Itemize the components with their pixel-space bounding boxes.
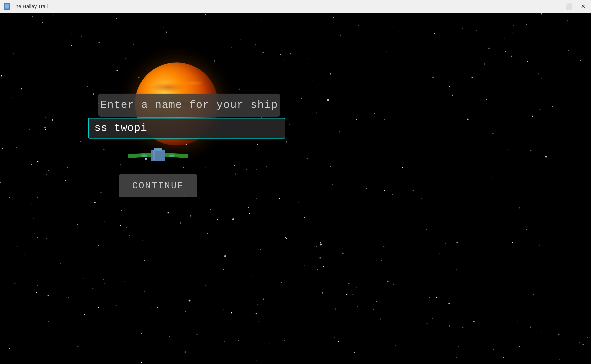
svg-rect-3 xyxy=(154,148,162,151)
ship-name-label-banner: Enter a name for your ship xyxy=(98,94,280,117)
titlebar-controls: — ⬜ ✕ xyxy=(550,3,587,10)
ship-name-input[interactable] xyxy=(88,118,285,138)
app-icon xyxy=(4,3,10,10)
minimize-button[interactable]: — xyxy=(550,3,559,10)
space-background: Enter a name for your ship CONTINUE xyxy=(0,13,591,364)
svg-rect-4 xyxy=(153,150,155,160)
maximize-button[interactable]: ⬜ xyxy=(564,3,574,10)
stars-canvas xyxy=(0,13,591,364)
ship-name-label: Enter a name for your ship xyxy=(100,99,278,111)
titlebar: The Halley Trail — ⬜ ✕ xyxy=(0,0,591,13)
svg-marker-0 xyxy=(128,153,153,158)
spaceship-icon xyxy=(123,142,193,165)
svg-point-5 xyxy=(141,155,147,157)
window-title: The Halley Trail xyxy=(13,3,48,9)
svg-marker-1 xyxy=(163,153,188,158)
titlebar-left: The Halley Trail xyxy=(4,3,48,10)
app-icon-inner xyxy=(5,4,9,8)
continue-button[interactable]: CONTINUE xyxy=(119,174,197,197)
close-button[interactable]: ✕ xyxy=(579,3,587,10)
svg-point-6 xyxy=(169,155,175,157)
